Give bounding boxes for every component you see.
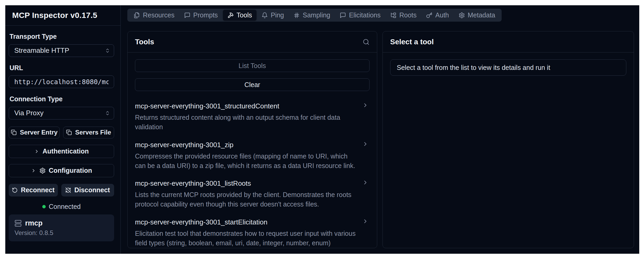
message-square-icon — [184, 12, 190, 18]
tools-panel-title: Tools — [135, 38, 154, 46]
servers-file-label: Servers File — [75, 129, 111, 136]
connection-type-select[interactable]: Via Proxy — [9, 107, 114, 119]
connection-type-label: Connection Type — [10, 95, 114, 103]
tab-label: Tools — [237, 11, 252, 19]
reconnect-button[interactable]: Reconnect — [9, 184, 58, 196]
folder-tree-icon — [390, 12, 396, 18]
sidebar-header: MCP Inspector v0.17.5 — [5, 5, 120, 26]
hash-icon — [293, 12, 300, 18]
server-icon — [15, 220, 22, 227]
tab-tools[interactable]: Tools — [223, 10, 256, 21]
tab-label: Ping — [271, 11, 284, 19]
tool-name: mcp-server-everything-3001_startElicitat… — [135, 218, 356, 226]
tab-label: Prompts — [193, 11, 218, 19]
tab-ping[interactable]: Ping — [257, 10, 288, 21]
tool-list-item[interactable]: mcp-server-everything-3001_listRoots Lis… — [135, 176, 370, 213]
tools-panel: Tools List Tools Clear mcp-server-everyt… — [127, 31, 377, 248]
tool-list-item[interactable]: mcp-server-everything-3001_startElicitat… — [135, 214, 370, 248]
tool-detail-panel: Select a tool Select a tool from the lis… — [382, 31, 634, 248]
authentication-label: Authentication — [43, 147, 89, 155]
chevron-right-icon — [362, 102, 368, 108]
tab-elicitations[interactable]: Elicitations — [335, 10, 385, 21]
sidebar-body: Transport Type Streamable HTTP URL Conne… — [5, 26, 120, 254]
disconnect-label: Disconnect — [74, 186, 110, 194]
chevron-right-icon — [362, 141, 368, 147]
clear-button[interactable]: Clear — [135, 78, 370, 91]
chevron-right-icon — [34, 149, 39, 154]
transport-type-value: Streamable HTTP — [14, 46, 69, 55]
tab-label: Auth — [435, 11, 449, 19]
chevron-right-icon — [31, 168, 36, 173]
tab-label: Resources — [143, 11, 175, 19]
message-square-icon — [340, 12, 346, 18]
connection-type-value: Via Proxy — [14, 109, 44, 117]
chevrons-up-down-icon — [105, 111, 110, 116]
tab-auth[interactable]: Auth — [422, 10, 453, 21]
gear-icon — [39, 167, 46, 174]
list-tools-button[interactable]: List Tools — [135, 59, 370, 72]
connection-status: Connected — [9, 203, 114, 210]
configuration-label: Configuration — [49, 167, 92, 174]
tool-name: mcp-server-everything-3001_zip — [135, 141, 356, 149]
transport-type-label: Transport Type — [10, 33, 114, 40]
gear-icon — [459, 12, 465, 18]
tab-label: Metadata — [468, 11, 495, 19]
sidebar: MCP Inspector v0.17.5 Transport Type Str… — [5, 5, 121, 254]
server-version: Version: 0.8.5 — [15, 229, 108, 237]
files-icon — [134, 12, 140, 18]
server-entry-label: Server Entry — [20, 129, 58, 136]
url-input[interactable] — [9, 75, 114, 88]
transport-type-select[interactable]: Streamable HTTP — [9, 44, 114, 57]
tool-description: Lists the current MCP roots provided by … — [135, 190, 356, 209]
chevron-right-icon — [362, 218, 368, 224]
tool-name: mcp-server-everything-3001_listRoots — [135, 179, 356, 188]
tab-label: Sampling — [303, 11, 330, 19]
tab-sampling[interactable]: Sampling — [289, 10, 335, 21]
detail-panel-title: Select a tool — [390, 38, 434, 46]
tool-list-item[interactable]: mcp-server-everything-3001_zip Compresse… — [135, 137, 370, 174]
tab-metadata[interactable]: Metadata — [454, 10, 500, 21]
servers-file-button[interactable]: Servers File — [63, 127, 114, 138]
server-entry-button[interactable]: Server Entry — [9, 127, 60, 138]
tool-name: mcp-server-everything-3001_structuredCon… — [135, 102, 356, 110]
tool-list-item[interactable]: mcp-server-everything-3001_structuredCon… — [135, 98, 370, 136]
tool-description: Compresses the provided resource files (… — [135, 151, 356, 171]
tab-prompts[interactable]: Prompts — [180, 10, 222, 21]
key-icon — [426, 12, 432, 18]
rotate-ccw-icon — [12, 187, 18, 193]
disconnect-button[interactable]: Disconnect — [61, 184, 114, 196]
copy-icon — [66, 130, 72, 135]
tab-bar: Resources Prompts Tools Ping Sampling El… — [127, 9, 502, 22]
configuration-toggle[interactable]: Configuration — [9, 164, 114, 177]
search-icon[interactable] — [363, 39, 370, 45]
chevrons-up-down-icon — [105, 48, 110, 53]
tab-label: Elicitations — [349, 11, 381, 19]
mcp-inspector-app: MCP Inspector v0.17.5 Transport Type Str… — [5, 5, 639, 254]
url-label: URL — [10, 64, 114, 72]
connected-status-dot — [42, 205, 46, 208]
copy-icon — [11, 130, 17, 135]
main-area: Resources Prompts Tools Ping Sampling El… — [121, 5, 639, 254]
reconnect-label: Reconnect — [21, 186, 55, 194]
authentication-toggle[interactable]: Authentication — [9, 145, 114, 158]
hammer-icon — [227, 12, 234, 18]
tool-description: Elicitation test tool that demonstrates … — [135, 229, 356, 248]
tab-roots[interactable]: Roots — [386, 10, 421, 21]
tool-description: Returns structured content along with an… — [135, 113, 356, 132]
app-title: MCP Inspector v0.17.5 — [12, 11, 97, 20]
tab-resources[interactable]: Resources — [129, 10, 179, 21]
server-info-card: rmcp Version: 0.8.5 — [9, 214, 114, 241]
tool-list: mcp-server-everything-3001_structuredCon… — [135, 98, 370, 248]
tab-label: Roots — [399, 11, 417, 19]
connected-status-text: Connected — [49, 203, 81, 210]
chevron-right-icon — [362, 179, 368, 186]
bell-icon — [262, 12, 268, 18]
refresh-off-icon — [65, 187, 71, 193]
tool-placeholder: Select a tool from the list to view its … — [390, 59, 626, 76]
server-name: rmcp — [25, 219, 43, 227]
